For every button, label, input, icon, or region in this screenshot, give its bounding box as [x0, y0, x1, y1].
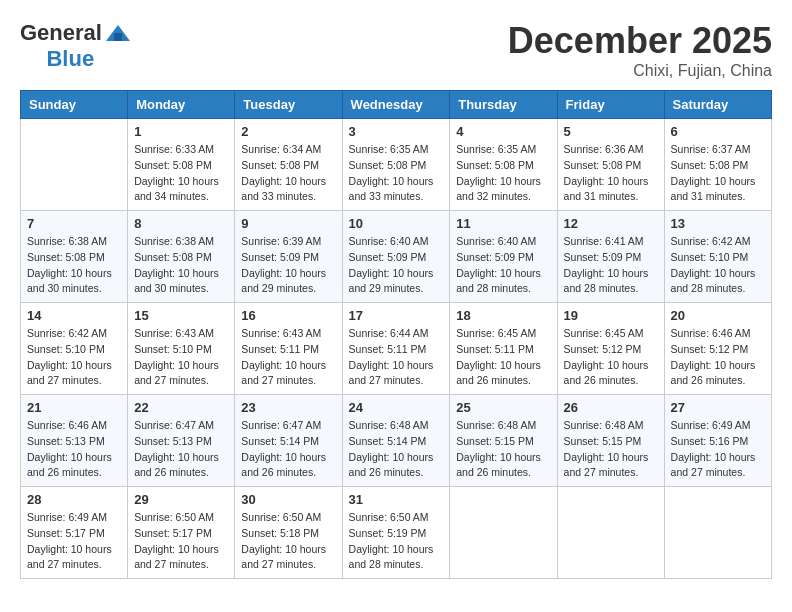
day-info: Sunrise: 6:36 AM Sunset: 5:08 PM Dayligh…	[564, 142, 658, 205]
calendar-cell: 5Sunrise: 6:36 AM Sunset: 5:08 PM Daylig…	[557, 119, 664, 211]
day-number: 9	[241, 216, 335, 231]
day-info: Sunrise: 6:35 AM Sunset: 5:08 PM Dayligh…	[349, 142, 444, 205]
day-info: Sunrise: 6:48 AM Sunset: 5:15 PM Dayligh…	[456, 418, 550, 481]
calendar-cell: 20Sunrise: 6:46 AM Sunset: 5:12 PM Dayli…	[664, 303, 771, 395]
day-number: 22	[134, 400, 228, 415]
day-info: Sunrise: 6:48 AM Sunset: 5:14 PM Dayligh…	[349, 418, 444, 481]
calendar-cell: 31Sunrise: 6:50 AM Sunset: 5:19 PM Dayli…	[342, 487, 450, 579]
month-title: December 2025	[508, 20, 772, 62]
calendar-cell	[557, 487, 664, 579]
calendar-week-1: 1Sunrise: 6:33 AM Sunset: 5:08 PM Daylig…	[21, 119, 772, 211]
day-info: Sunrise: 6:40 AM Sunset: 5:09 PM Dayligh…	[456, 234, 550, 297]
day-number: 4	[456, 124, 550, 139]
day-number: 8	[134, 216, 228, 231]
day-info: Sunrise: 6:43 AM Sunset: 5:11 PM Dayligh…	[241, 326, 335, 389]
calendar-cell: 11Sunrise: 6:40 AM Sunset: 5:09 PM Dayli…	[450, 211, 557, 303]
calendar-cell: 19Sunrise: 6:45 AM Sunset: 5:12 PM Dayli…	[557, 303, 664, 395]
day-info: Sunrise: 6:49 AM Sunset: 5:16 PM Dayligh…	[671, 418, 765, 481]
page-header: General Blue December 2025 Chixi, Fujian…	[20, 20, 772, 80]
day-number: 26	[564, 400, 658, 415]
calendar-week-5: 28Sunrise: 6:49 AM Sunset: 5:17 PM Dayli…	[21, 487, 772, 579]
logo-icon	[104, 23, 132, 43]
logo: General Blue	[20, 20, 132, 72]
day-info: Sunrise: 6:38 AM Sunset: 5:08 PM Dayligh…	[134, 234, 228, 297]
calendar-cell	[664, 487, 771, 579]
day-number: 7	[27, 216, 121, 231]
day-number: 15	[134, 308, 228, 323]
day-info: Sunrise: 6:38 AM Sunset: 5:08 PM Dayligh…	[27, 234, 121, 297]
column-header-monday: Monday	[128, 91, 235, 119]
calendar-cell: 17Sunrise: 6:44 AM Sunset: 5:11 PM Dayli…	[342, 303, 450, 395]
calendar-cell: 30Sunrise: 6:50 AM Sunset: 5:18 PM Dayli…	[235, 487, 342, 579]
calendar-cell: 29Sunrise: 6:50 AM Sunset: 5:17 PM Dayli…	[128, 487, 235, 579]
column-header-tuesday: Tuesday	[235, 91, 342, 119]
column-header-thursday: Thursday	[450, 91, 557, 119]
calendar-cell: 10Sunrise: 6:40 AM Sunset: 5:09 PM Dayli…	[342, 211, 450, 303]
day-info: Sunrise: 6:43 AM Sunset: 5:10 PM Dayligh…	[134, 326, 228, 389]
calendar-cell	[21, 119, 128, 211]
day-info: Sunrise: 6:50 AM Sunset: 5:17 PM Dayligh…	[134, 510, 228, 573]
day-number: 28	[27, 492, 121, 507]
calendar-week-3: 14Sunrise: 6:42 AM Sunset: 5:10 PM Dayli…	[21, 303, 772, 395]
day-info: Sunrise: 6:44 AM Sunset: 5:11 PM Dayligh…	[349, 326, 444, 389]
day-info: Sunrise: 6:35 AM Sunset: 5:08 PM Dayligh…	[456, 142, 550, 205]
calendar-cell: 2Sunrise: 6:34 AM Sunset: 5:08 PM Daylig…	[235, 119, 342, 211]
calendar-table: SundayMondayTuesdayWednesdayThursdayFrid…	[20, 90, 772, 579]
calendar-cell: 15Sunrise: 6:43 AM Sunset: 5:10 PM Dayli…	[128, 303, 235, 395]
day-info: Sunrise: 6:37 AM Sunset: 5:08 PM Dayligh…	[671, 142, 765, 205]
calendar-cell: 23Sunrise: 6:47 AM Sunset: 5:14 PM Dayli…	[235, 395, 342, 487]
day-number: 12	[564, 216, 658, 231]
day-info: Sunrise: 6:42 AM Sunset: 5:10 PM Dayligh…	[671, 234, 765, 297]
column-header-friday: Friday	[557, 91, 664, 119]
day-info: Sunrise: 6:46 AM Sunset: 5:12 PM Dayligh…	[671, 326, 765, 389]
day-info: Sunrise: 6:33 AM Sunset: 5:08 PM Dayligh…	[134, 142, 228, 205]
day-number: 2	[241, 124, 335, 139]
calendar-cell: 22Sunrise: 6:47 AM Sunset: 5:13 PM Dayli…	[128, 395, 235, 487]
day-info: Sunrise: 6:40 AM Sunset: 5:09 PM Dayligh…	[349, 234, 444, 297]
day-number: 1	[134, 124, 228, 139]
calendar-cell: 4Sunrise: 6:35 AM Sunset: 5:08 PM Daylig…	[450, 119, 557, 211]
logo-line2-space	[20, 46, 44, 72]
day-number: 23	[241, 400, 335, 415]
day-info: Sunrise: 6:41 AM Sunset: 5:09 PM Dayligh…	[564, 234, 658, 297]
calendar-cell: 1Sunrise: 6:33 AM Sunset: 5:08 PM Daylig…	[128, 119, 235, 211]
day-number: 5	[564, 124, 658, 139]
day-info: Sunrise: 6:42 AM Sunset: 5:10 PM Dayligh…	[27, 326, 121, 389]
calendar-cell: 27Sunrise: 6:49 AM Sunset: 5:16 PM Dayli…	[664, 395, 771, 487]
day-number: 14	[27, 308, 121, 323]
column-header-saturday: Saturday	[664, 91, 771, 119]
day-number: 17	[349, 308, 444, 323]
day-number: 3	[349, 124, 444, 139]
day-info: Sunrise: 6:34 AM Sunset: 5:08 PM Dayligh…	[241, 142, 335, 205]
calendar-cell	[450, 487, 557, 579]
calendar-cell: 26Sunrise: 6:48 AM Sunset: 5:15 PM Dayli…	[557, 395, 664, 487]
location-text: Chixi, Fujian, China	[508, 62, 772, 80]
day-number: 18	[456, 308, 550, 323]
day-number: 6	[671, 124, 765, 139]
day-info: Sunrise: 6:46 AM Sunset: 5:13 PM Dayligh…	[27, 418, 121, 481]
calendar-cell: 21Sunrise: 6:46 AM Sunset: 5:13 PM Dayli…	[21, 395, 128, 487]
calendar-cell: 16Sunrise: 6:43 AM Sunset: 5:11 PM Dayli…	[235, 303, 342, 395]
svg-rect-1	[114, 33, 122, 41]
day-number: 25	[456, 400, 550, 415]
day-info: Sunrise: 6:49 AM Sunset: 5:17 PM Dayligh…	[27, 510, 121, 573]
calendar-cell: 9Sunrise: 6:39 AM Sunset: 5:09 PM Daylig…	[235, 211, 342, 303]
column-header-sunday: Sunday	[21, 91, 128, 119]
day-number: 13	[671, 216, 765, 231]
calendar-cell: 28Sunrise: 6:49 AM Sunset: 5:17 PM Dayli…	[21, 487, 128, 579]
day-info: Sunrise: 6:39 AM Sunset: 5:09 PM Dayligh…	[241, 234, 335, 297]
day-info: Sunrise: 6:47 AM Sunset: 5:13 PM Dayligh…	[134, 418, 228, 481]
calendar-week-2: 7Sunrise: 6:38 AM Sunset: 5:08 PM Daylig…	[21, 211, 772, 303]
calendar-cell: 7Sunrise: 6:38 AM Sunset: 5:08 PM Daylig…	[21, 211, 128, 303]
day-number: 19	[564, 308, 658, 323]
day-number: 21	[27, 400, 121, 415]
calendar-cell: 13Sunrise: 6:42 AM Sunset: 5:10 PM Dayli…	[664, 211, 771, 303]
logo-general-text: General	[20, 20, 102, 46]
column-header-wednesday: Wednesday	[342, 91, 450, 119]
day-info: Sunrise: 6:45 AM Sunset: 5:12 PM Dayligh…	[564, 326, 658, 389]
day-number: 10	[349, 216, 444, 231]
day-info: Sunrise: 6:45 AM Sunset: 5:11 PM Dayligh…	[456, 326, 550, 389]
day-number: 20	[671, 308, 765, 323]
day-number: 31	[349, 492, 444, 507]
logo-blue-text: Blue	[46, 46, 94, 72]
